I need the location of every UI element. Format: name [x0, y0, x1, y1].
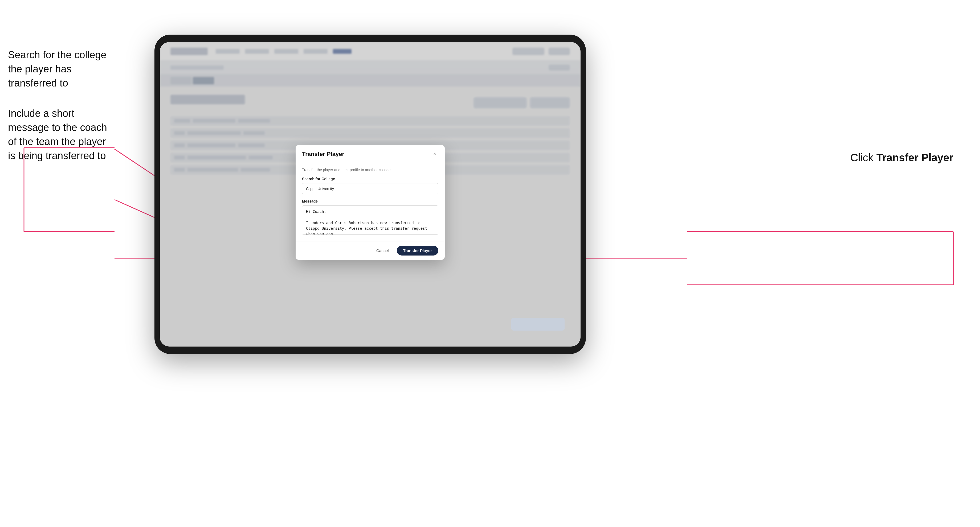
message-label: Message: [302, 199, 438, 203]
modal-subtitle: Transfer the player and their profile to…: [302, 168, 438, 172]
annotation-search-text: Search for the college the player has tr…: [8, 49, 107, 89]
search-college-label: Search for College: [302, 177, 438, 181]
modal-header: Transfer Player ×: [296, 145, 445, 162]
annotation-right: Click Transfer Player: [850, 152, 953, 163]
transfer-player-modal: Transfer Player × Transfer the player an…: [296, 145, 445, 260]
annotation-message-text: Include a short message to the coach of …: [8, 108, 107, 162]
modal-close-button[interactable]: ×: [431, 151, 438, 158]
annotation-left: Search for the college the player has tr…: [8, 48, 112, 179]
modal-body: Transfer the player and their profile to…: [296, 162, 445, 241]
message-textarea[interactable]: Hi Coach, I understand Chris Robertson h…: [302, 205, 438, 235]
annotation-transfer-bold: Transfer Player: [877, 152, 953, 163]
transfer-player-button[interactable]: Transfer Player: [397, 246, 438, 256]
cancel-button[interactable]: Cancel: [372, 246, 393, 255]
modal-footer: Cancel Transfer Player: [296, 241, 445, 260]
modal-overlay: Transfer Player × Transfer the player an…: [160, 42, 581, 346]
search-college-input[interactable]: [302, 183, 438, 194]
modal-title: Transfer Player: [302, 151, 344, 157]
bottom-area: [511, 318, 565, 330]
tablet-device: Transfer Player × Transfer the player an…: [154, 35, 586, 354]
tablet-screen: Transfer Player × Transfer the player an…: [160, 42, 581, 346]
annotation-click-prefix: Click: [850, 152, 877, 163]
